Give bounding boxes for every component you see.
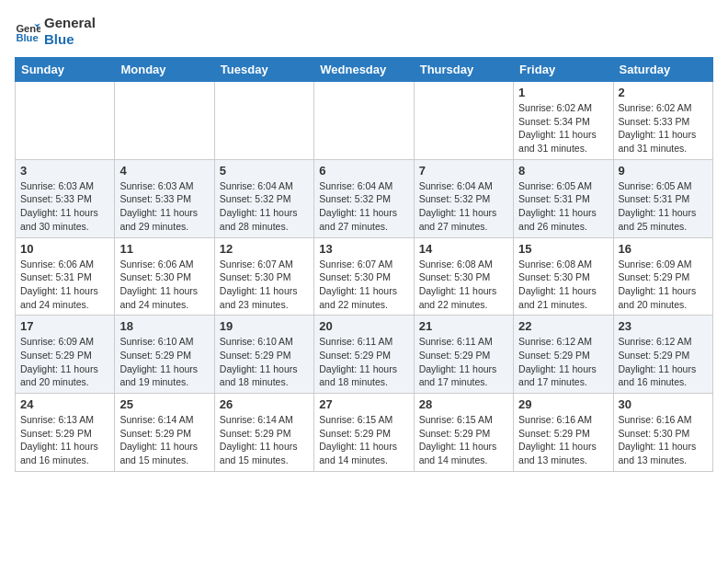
calendar-cell: 23Sunrise: 6:12 AM Sunset: 5:29 PM Dayli… — [613, 316, 712, 394]
cell-text: Sunrise: 6:06 AM Sunset: 5:31 PM Dayligh… — [20, 258, 109, 312]
cell-text: Sunrise: 6:04 AM Sunset: 5:32 PM Dayligh… — [419, 179, 508, 234]
day-number: 11 — [119, 242, 209, 256]
day-number: 28 — [419, 397, 508, 411]
calendar: SundayMondayTuesdayWednesdayThursdayFrid… — [15, 57, 713, 472]
day-number: 25 — [119, 397, 209, 411]
calendar-cell: 21Sunrise: 6:11 AM Sunset: 5:29 PM Dayli… — [414, 316, 513, 394]
day-number: 18 — [119, 319, 209, 333]
calendar-cell: 24Sunrise: 6:13 AM Sunset: 5:29 PM Dayli… — [16, 394, 115, 472]
day-number: 26 — [220, 397, 309, 411]
calendar-cell: 12Sunrise: 6:07 AM Sunset: 5:30 PM Dayli… — [214, 237, 313, 316]
page-header: General Blue General Blue — [15, 15, 713, 48]
cell-text: Sunrise: 6:05 AM Sunset: 5:31 PM Dayligh… — [619, 179, 708, 234]
cell-text: Sunrise: 6:08 AM Sunset: 5:30 PM Dayligh… — [419, 258, 508, 312]
calendar-cell: 17Sunrise: 6:09 AM Sunset: 5:29 PM Dayli… — [16, 316, 115, 394]
day-number: 29 — [518, 397, 608, 411]
day-number: 2 — [619, 86, 708, 99]
logo-line1: General — [44, 15, 96, 31]
weekday-header: Tuesday — [214, 58, 313, 82]
calendar-week-row: 17Sunrise: 6:09 AM Sunset: 5:29 PM Dayli… — [16, 316, 713, 394]
calendar-cell: 9Sunrise: 6:05 AM Sunset: 5:31 PM Daylig… — [613, 159, 712, 237]
cell-text: Sunrise: 6:10 AM Sunset: 5:29 PM Dayligh… — [119, 335, 209, 389]
cell-text: Sunrise: 6:02 AM Sunset: 5:34 PM Dayligh… — [518, 101, 608, 155]
calendar-week-row: 1Sunrise: 6:02 AM Sunset: 5:34 PM Daylig… — [16, 82, 713, 160]
day-number: 14 — [419, 242, 508, 256]
day-number: 17 — [20, 319, 109, 333]
day-number: 30 — [619, 397, 708, 411]
day-number: 16 — [619, 242, 708, 256]
day-number: 9 — [619, 164, 708, 178]
day-number: 4 — [119, 164, 209, 178]
calendar-cell: 7Sunrise: 6:04 AM Sunset: 5:32 PM Daylig… — [414, 159, 513, 237]
cell-text: Sunrise: 6:09 AM Sunset: 5:29 PM Dayligh… — [20, 335, 109, 389]
cell-text: Sunrise: 6:04 AM Sunset: 5:32 PM Dayligh… — [319, 179, 408, 234]
calendar-cell: 30Sunrise: 6:16 AM Sunset: 5:30 PM Dayli… — [613, 394, 712, 472]
calendar-cell — [214, 82, 313, 160]
calendar-cell: 18Sunrise: 6:10 AM Sunset: 5:29 PM Dayli… — [115, 316, 214, 394]
logo-line2: Blue — [44, 31, 96, 48]
cell-text: Sunrise: 6:03 AM Sunset: 5:33 PM Dayligh… — [119, 179, 209, 234]
calendar-cell: 14Sunrise: 6:08 AM Sunset: 5:30 PM Dayli… — [414, 237, 513, 316]
calendar-cell: 3Sunrise: 6:03 AM Sunset: 5:33 PM Daylig… — [16, 159, 115, 237]
weekday-header: Thursday — [414, 58, 513, 82]
cell-text: Sunrise: 6:11 AM Sunset: 5:29 PM Dayligh… — [319, 335, 408, 389]
day-number: 19 — [220, 319, 309, 333]
day-number: 1 — [518, 86, 608, 99]
cell-text: Sunrise: 6:15 AM Sunset: 5:29 PM Dayligh… — [319, 413, 408, 467]
day-number: 23 — [619, 319, 708, 333]
cell-text: Sunrise: 6:16 AM Sunset: 5:30 PM Dayligh… — [619, 413, 708, 467]
day-number: 5 — [220, 164, 309, 178]
cell-text: Sunrise: 6:07 AM Sunset: 5:30 PM Dayligh… — [319, 258, 408, 312]
calendar-cell: 27Sunrise: 6:15 AM Sunset: 5:29 PM Dayli… — [314, 394, 414, 472]
calendar-cell: 5Sunrise: 6:04 AM Sunset: 5:32 PM Daylig… — [214, 159, 313, 237]
cell-text: Sunrise: 6:14 AM Sunset: 5:29 PM Dayligh… — [220, 413, 309, 467]
cell-text: Sunrise: 6:11 AM Sunset: 5:29 PM Dayligh… — [419, 335, 508, 389]
calendar-cell — [16, 82, 115, 160]
cell-text: Sunrise: 6:04 AM Sunset: 5:32 PM Dayligh… — [220, 179, 309, 234]
logo-icon: General Blue — [15, 18, 40, 44]
calendar-cell: 2Sunrise: 6:02 AM Sunset: 5:33 PM Daylig… — [613, 82, 712, 160]
day-number: 24 — [20, 397, 109, 411]
calendar-cell: 8Sunrise: 6:05 AM Sunset: 5:31 PM Daylig… — [514, 159, 613, 237]
cell-text: Sunrise: 6:09 AM Sunset: 5:29 PM Dayligh… — [619, 258, 708, 312]
day-number: 12 — [220, 242, 309, 256]
cell-text: Sunrise: 6:12 AM Sunset: 5:29 PM Dayligh… — [518, 335, 608, 389]
calendar-cell: 26Sunrise: 6:14 AM Sunset: 5:29 PM Dayli… — [214, 394, 313, 472]
weekday-header: Wednesday — [314, 58, 414, 82]
calendar-week-row: 10Sunrise: 6:06 AM Sunset: 5:31 PM Dayli… — [16, 237, 713, 316]
calendar-cell: 4Sunrise: 6:03 AM Sunset: 5:33 PM Daylig… — [115, 159, 214, 237]
calendar-cell — [115, 82, 214, 160]
calendar-week-row: 24Sunrise: 6:13 AM Sunset: 5:29 PM Dayli… — [16, 394, 713, 472]
calendar-cell: 10Sunrise: 6:06 AM Sunset: 5:31 PM Dayli… — [16, 237, 115, 316]
cell-text: Sunrise: 6:06 AM Sunset: 5:30 PM Dayligh… — [119, 258, 209, 312]
calendar-cell: 25Sunrise: 6:14 AM Sunset: 5:29 PM Dayli… — [115, 394, 214, 472]
cell-text: Sunrise: 6:07 AM Sunset: 5:30 PM Dayligh… — [220, 258, 309, 312]
day-number: 13 — [319, 242, 408, 256]
calendar-cell — [414, 82, 513, 160]
cell-text: Sunrise: 6:14 AM Sunset: 5:29 PM Dayligh… — [119, 413, 209, 467]
day-number: 15 — [518, 242, 608, 256]
day-number: 20 — [319, 319, 408, 333]
day-number: 10 — [20, 242, 109, 256]
cell-text: Sunrise: 6:03 AM Sunset: 5:33 PM Dayligh… — [20, 179, 109, 234]
calendar-cell: 1Sunrise: 6:02 AM Sunset: 5:34 PM Daylig… — [514, 82, 613, 160]
calendar-cell: 15Sunrise: 6:08 AM Sunset: 5:30 PM Dayli… — [514, 237, 613, 316]
cell-text: Sunrise: 6:05 AM Sunset: 5:31 PM Dayligh… — [518, 179, 608, 234]
calendar-week-row: 3Sunrise: 6:03 AM Sunset: 5:33 PM Daylig… — [16, 159, 713, 237]
weekday-header: Sunday — [16, 58, 115, 82]
logo: General Blue General Blue — [15, 15, 96, 48]
svg-text:Blue: Blue — [16, 32, 38, 43]
calendar-cell: 11Sunrise: 6:06 AM Sunset: 5:30 PM Dayli… — [115, 237, 214, 316]
calendar-cell: 6Sunrise: 6:04 AM Sunset: 5:32 PM Daylig… — [314, 159, 414, 237]
cell-text: Sunrise: 6:16 AM Sunset: 5:29 PM Dayligh… — [518, 413, 608, 467]
weekday-header: Friday — [514, 58, 613, 82]
calendar-cell: 28Sunrise: 6:15 AM Sunset: 5:29 PM Dayli… — [414, 394, 513, 472]
calendar-header-row: SundayMondayTuesdayWednesdayThursdayFrid… — [16, 58, 713, 82]
day-number: 6 — [319, 164, 408, 178]
day-number: 27 — [319, 397, 408, 411]
weekday-header: Saturday — [613, 58, 712, 82]
cell-text: Sunrise: 6:08 AM Sunset: 5:30 PM Dayligh… — [518, 258, 608, 312]
cell-text: Sunrise: 6:15 AM Sunset: 5:29 PM Dayligh… — [419, 413, 508, 467]
cell-text: Sunrise: 6:12 AM Sunset: 5:29 PM Dayligh… — [619, 335, 708, 389]
calendar-cell — [314, 82, 414, 160]
